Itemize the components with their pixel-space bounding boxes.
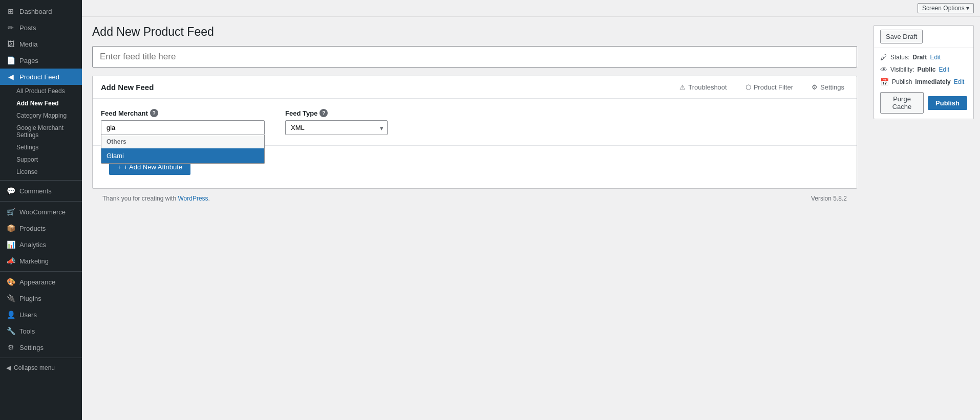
purge-cache-button[interactable]: Purge Cache <box>880 92 924 114</box>
sidebar-item-appearance[interactable]: 🎨 Appearance <box>0 274 82 290</box>
feed-type-field: Feed Type ? XML CSV TSV JSON ▾ <box>285 109 388 135</box>
publish-box-body: 🖊 Status: Draft Edit 👁 Visibility: Publi… <box>874 48 973 119</box>
status-value: Draft <box>912 54 927 61</box>
dropdown-item-glami[interactable]: Glami <box>101 148 264 163</box>
sidebar-sub-google-merchant[interactable]: Google Merchant Settings <box>0 122 82 141</box>
settings-icon: ⚙ <box>6 343 15 351</box>
page-title: Add New Product Feed <box>92 25 857 39</box>
collapse-icon: ◀ <box>6 364 11 371</box>
sidebar-item-marketing[interactable]: 📣 Marketing <box>0 253 82 269</box>
comments-icon: 💬 <box>6 187 15 195</box>
troubleshoot-icon: ⚠ <box>679 83 686 91</box>
feed-settings-icon: ⚙ <box>812 83 818 91</box>
troubleshoot-button[interactable]: ⚠ Troubleshoot <box>675 81 731 93</box>
publish-button[interactable]: Publish <box>928 96 967 110</box>
calendar-icon: 📅 <box>880 78 889 86</box>
merchant-dropdown: Others Glami <box>101 135 265 164</box>
footer-credit: Thank you for creating with WordPress. <box>102 195 210 202</box>
sidebar-item-pages[interactable]: 📄 Pages <box>0 52 82 69</box>
products-icon: 📦 <box>6 224 15 232</box>
tools-icon: 🔧 <box>6 327 15 335</box>
posts-icon: ✏ <box>6 24 15 32</box>
sidebar-sub-support[interactable]: Support <box>0 153 82 166</box>
publish-time-value: immediately <box>915 78 950 85</box>
product-filter-icon: ⬡ <box>745 83 751 91</box>
dashboard-icon: ⊞ <box>6 7 15 15</box>
sidebar-sub-all-feeds[interactable]: All Product Feeds <box>0 85 82 97</box>
appearance-icon: 🎨 <box>6 278 15 286</box>
visibility-value: Public <box>917 66 935 73</box>
plugins-icon: 🔌 <box>6 294 15 302</box>
content-area: Add New Product Feed Add New Feed ⚠ Trou… <box>82 17 980 420</box>
footer: Thank you for creating with WordPress. V… <box>92 189 857 208</box>
pages-icon: 📄 <box>6 56 15 64</box>
right-sidebar: Save Draft 🖊 Status: Draft Edit 👁 Visibi… <box>867 17 980 420</box>
sidebar-sub-add-new[interactable]: Add New Feed <box>0 97 82 109</box>
feed-title-input[interactable] <box>92 46 857 68</box>
collapse-menu-button[interactable]: ◀ Collapse menu <box>0 360 82 375</box>
publish-time-edit-link[interactable]: Edit <box>954 78 965 85</box>
sidebar-item-users[interactable]: 👤 Users <box>0 306 82 323</box>
visibility-icon: 👁 <box>880 65 887 74</box>
status-edit-link[interactable]: Edit <box>930 54 941 61</box>
save-draft-button[interactable]: Save Draft <box>880 30 923 43</box>
woocommerce-icon: 🛒 <box>6 208 15 216</box>
sidebar-sub-settings[interactable]: Settings <box>0 141 82 153</box>
top-bar: Screen Options <box>82 0 980 17</box>
feed-form: Feed Merchant ? Others Glami <box>93 99 857 145</box>
media-icon: 🖼 <box>6 40 15 48</box>
status-row: 🖊 Status: Draft Edit <box>880 53 967 61</box>
plus-icon: + <box>117 163 121 171</box>
sidebar-item-product-feed[interactable]: ◀ Product Feed <box>0 69 82 85</box>
feed-box-title: Add New Feed <box>101 83 154 92</box>
product-feed-icon: ◀ <box>6 73 15 81</box>
wordpress-link[interactable]: WordPress <box>178 195 208 202</box>
publish-time-row: 📅 Publish immediately Edit <box>880 78 967 86</box>
feed-merchant-field: Feed Merchant ? Others Glami <box>101 109 265 135</box>
visibility-row: 👁 Visibility: Public Edit <box>880 65 967 74</box>
sidebar-item-media[interactable]: 🖼 Media <box>0 36 82 52</box>
product-filter-button[interactable]: ⬡ Product Filter <box>741 81 797 93</box>
feed-settings-button[interactable]: ⚙ Settings <box>807 81 848 93</box>
screen-options-button[interactable]: Screen Options <box>918 3 974 13</box>
feed-box-actions: ⚠ Troubleshoot ⬡ Product Filter ⚙ Settin… <box>675 81 848 93</box>
dropdown-group-label: Others <box>101 135 264 148</box>
sidebar-item-products[interactable]: 📦 Products <box>0 220 82 236</box>
feed-type-help-icon[interactable]: ? <box>319 109 328 117</box>
sidebar-item-analytics[interactable]: 📊 Analytics <box>0 236 82 253</box>
publish-box: Save Draft 🖊 Status: Draft Edit 👁 Visibi… <box>874 25 974 119</box>
publish-actions: Purge Cache Publish <box>880 92 967 114</box>
merchant-search-input[interactable] <box>101 120 265 135</box>
version-label: Version 5.8.2 <box>811 195 847 202</box>
sidebar-item-settings[interactable]: ⚙ Settings <box>0 339 82 356</box>
sidebar-sub-category-mapping[interactable]: Category Mapping <box>0 109 82 122</box>
feed-type-select[interactable]: XML CSV TSV JSON <box>285 120 388 135</box>
sidebar-item-woocommerce[interactable]: 🛒 WooCommerce <box>0 204 82 220</box>
feed-box-header: Add New Feed ⚠ Troubleshoot ⬡ Product Fi… <box>93 76 857 99</box>
sidebar-item-dashboard[interactable]: ⊞ Dashboard <box>0 3 82 19</box>
feed-form-row: Feed Merchant ? Others Glami <box>101 109 848 135</box>
main-content-area: Screen Options Add New Product Feed Add … <box>82 0 980 420</box>
sidebar-sub-license[interactable]: License <box>0 166 82 178</box>
sidebar-item-plugins[interactable]: 🔌 Plugins <box>0 290 82 306</box>
sidebar-item-comments[interactable]: 💬 Comments <box>0 183 82 199</box>
feed-type-label: Feed Type ? <box>285 109 388 117</box>
merchant-wrapper: Others Glami <box>101 120 265 135</box>
visibility-edit-link[interactable]: Edit <box>939 66 949 73</box>
sidebar-item-posts[interactable]: ✏ Posts <box>0 19 82 36</box>
status-icon: 🖊 <box>880 53 887 61</box>
feed-type-select-wrapper: XML CSV TSV JSON ▾ <box>285 120 388 135</box>
sidebar: ⊞ Dashboard ✏ Posts 🖼 Media 📄 Pages ◀ Pr… <box>0 0 82 420</box>
feed-box: Add New Feed ⚠ Troubleshoot ⬡ Product Fi… <box>92 76 857 189</box>
marketing-icon: 📣 <box>6 257 15 265</box>
main-panel: Add New Product Feed Add New Feed ⚠ Trou… <box>82 17 867 420</box>
users-icon: 👤 <box>6 311 15 319</box>
merchant-help-icon[interactable]: ? <box>150 109 158 117</box>
analytics-icon: 📊 <box>6 240 15 249</box>
sidebar-item-tools[interactable]: 🔧 Tools <box>0 323 82 339</box>
feed-merchant-label: Feed Merchant ? <box>101 109 265 117</box>
publish-box-header: Save Draft <box>874 26 973 48</box>
